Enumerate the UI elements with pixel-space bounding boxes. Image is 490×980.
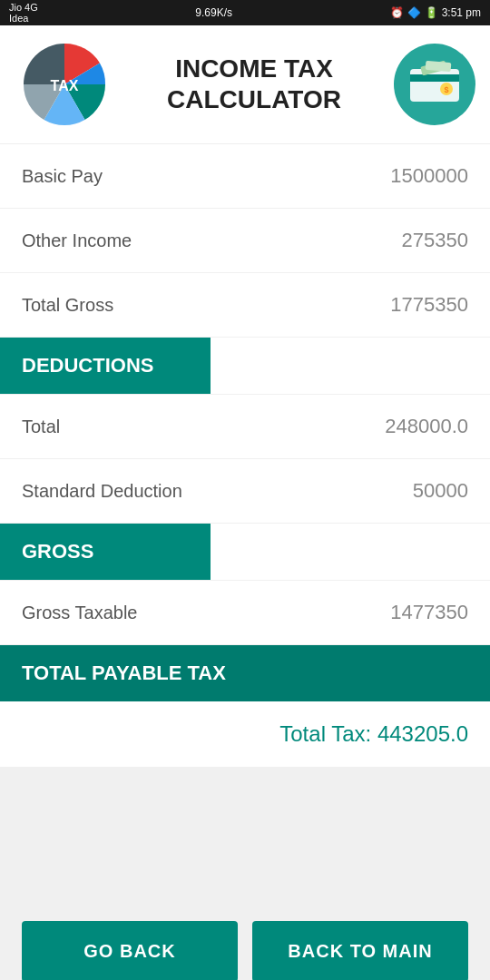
title-line2: CALCULATOR bbox=[167, 85, 341, 113]
deductions-header: Deductions bbox=[0, 338, 211, 394]
standard-deduction-row: Standard Deduction 50000 bbox=[0, 459, 490, 524]
basic-pay-value: 1500000 bbox=[390, 164, 468, 188]
total-tax-result-row: Total Tax: 443205.0 bbox=[0, 701, 490, 767]
basic-pay-row: Basic Pay 1500000 bbox=[0, 144, 490, 209]
gross-taxable-row: Gross Taxable 1477350 bbox=[0, 581, 490, 645]
deductions-header-text: Deductions bbox=[22, 354, 153, 377]
network-speed: 9.69K/s bbox=[195, 6, 232, 19]
app-header: TAX INCOME TAX CALCULATOR $ bbox=[0, 25, 490, 144]
back-to-main-button[interactable]: BACK TO MAIN bbox=[252, 921, 468, 980]
total-gross-label: Total Gross bbox=[22, 295, 113, 316]
app-title: INCOME TAX CALCULATOR bbox=[125, 54, 383, 114]
total-tax-value: 443205.0 bbox=[377, 721, 468, 746]
total-gross-row: Total Gross 1775350 bbox=[0, 273, 490, 338]
other-income-row: Other Income 275350 bbox=[0, 209, 490, 273]
standard-deduction-label: Standard Deduction bbox=[22, 481, 182, 502]
bottom-action-bar: GO BACK BACK TO MAIN bbox=[0, 903, 490, 980]
standard-deduction-value: 50000 bbox=[413, 479, 468, 503]
other-income-value: 275350 bbox=[402, 229, 468, 252]
gross-header: GROSS bbox=[0, 524, 211, 580]
title-line1: INCOME TAX bbox=[175, 54, 333, 83]
bluetooth-icon: 🔷 bbox=[407, 6, 421, 19]
carrier-label: Jio 4G bbox=[9, 2, 38, 13]
basic-pay-label: Basic Pay bbox=[22, 166, 103, 187]
battery-icon: 🔋 bbox=[425, 6, 438, 19]
tax-pie-logo: TAX bbox=[15, 34, 114, 134]
deduction-total-value: 248000.0 bbox=[385, 415, 468, 438]
time-display: 3:51 pm bbox=[442, 6, 481, 19]
total-tax-display: Total Tax: 443205.0 bbox=[279, 721, 468, 746]
go-back-button[interactable]: GO BACK bbox=[22, 921, 238, 980]
deduction-total-label: Total bbox=[22, 416, 60, 437]
carrier-sub-label: Idea bbox=[9, 13, 38, 24]
gross-section: GROSS bbox=[0, 524, 490, 581]
gross-taxable-label: Gross Taxable bbox=[22, 603, 137, 623]
content-spacer bbox=[0, 767, 490, 903]
deduction-total-row: Total 248000.0 bbox=[0, 395, 490, 459]
clock-icon: ⏰ bbox=[390, 6, 404, 19]
svg-text:$: $ bbox=[444, 85, 448, 94]
status-bar: Jio 4G Idea 9.69K/s ⏰ 🔷 🔋 3:51 pm bbox=[0, 0, 490, 25]
svg-rect-2 bbox=[410, 69, 459, 102]
gross-taxable-value: 1477350 bbox=[390, 601, 468, 624]
total-tax-label: Total Tax: bbox=[279, 721, 377, 746]
wallet-icon: $ bbox=[394, 44, 475, 125]
main-content: Basic Pay 1500000 Other Income 275350 To… bbox=[0, 144, 490, 767]
total-gross-value: 1775350 bbox=[390, 293, 468, 317]
svg-rect-3 bbox=[410, 74, 459, 82]
deductions-section: Deductions bbox=[0, 338, 490, 395]
payable-tax-section: TOTAL PAYABLE TAX bbox=[0, 645, 490, 701]
other-income-label: Other Income bbox=[22, 230, 132, 251]
payable-tax-label: TOTAL PAYABLE TAX bbox=[22, 662, 226, 684]
svg-text:TAX: TAX bbox=[51, 78, 79, 93]
gross-header-text: GROSS bbox=[22, 540, 93, 564]
